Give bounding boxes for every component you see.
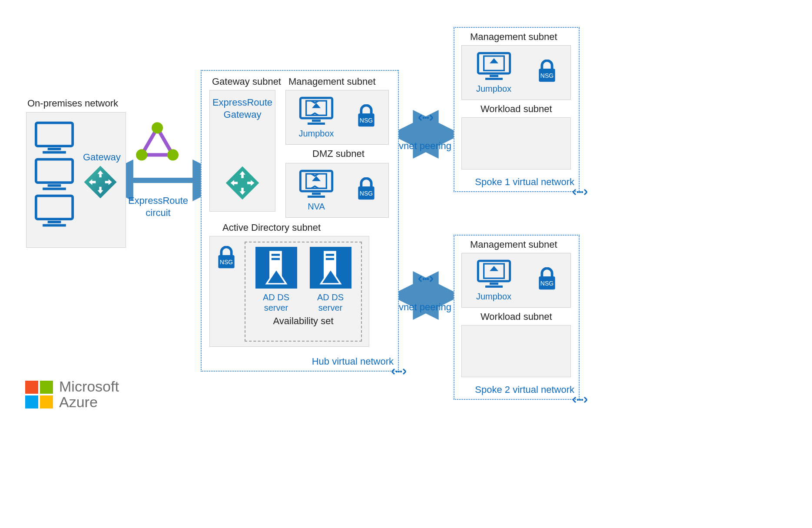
adds1-text: AD DS server [263, 292, 289, 312]
spoke1-label: Spoke 1 virtual network [475, 176, 574, 188]
availability-set-box: AD DS server AD DS server Availability s… [245, 242, 362, 342]
nsg-lock-icon: NSG [356, 104, 377, 129]
svg-rect-58 [490, 282, 498, 285]
onprem-title: On-premises network [27, 98, 118, 109]
spoke1-nsg: NSG [537, 60, 557, 86]
adds1-label: AD DS server [255, 292, 297, 313]
jumpbox-icon [298, 96, 335, 127]
vnet-peering-icon [570, 187, 590, 197]
svg-point-65 [581, 399, 583, 401]
svg-rect-27 [308, 196, 325, 198]
spoke1-workload-box [461, 117, 571, 169]
spoke1-mgmt-title: Management subnet [470, 31, 557, 43]
svg-rect-35 [271, 258, 279, 260]
svg-rect-20 [312, 120, 321, 122]
nsg-lock-icon: NSG [216, 246, 237, 270]
gateway-subnet-title: Gateway subnet [212, 76, 281, 87]
svg-text:NSG: NSG [540, 280, 553, 287]
svg-rect-10 [36, 196, 73, 219]
svg-rect-9 [43, 188, 66, 190]
svg-point-63 [577, 399, 579, 401]
adds-server-2: AD DS server [310, 247, 351, 313]
spoke2-jumpbox-label: Jumpbox [475, 292, 513, 302]
hub-vnet-box: Gateway subnet ExpressRoute Gateway Mana… [201, 70, 399, 372]
vnet-peering-icon [416, 113, 435, 123]
vnet-peering-2-label: vnet peering [399, 302, 451, 313]
logo-text: Microsoft Azure [59, 379, 119, 410]
onprem-computers [34, 120, 78, 230]
hub-ad-box: NSG AD DS server AD DS server Availabili… [209, 236, 369, 347]
svg-rect-38 [325, 258, 334, 260]
svg-point-41 [400, 371, 402, 372]
svg-point-40 [398, 371, 400, 372]
svg-point-16 [167, 149, 179, 160]
svg-point-42 [423, 117, 424, 119]
hub-dmz-nsg: NSG [356, 177, 377, 203]
svg-point-17 [136, 149, 147, 160]
hub-mgmt-title: Management subnet [288, 76, 376, 87]
svg-rect-7 [36, 159, 73, 183]
onprem-gateway-label: Gateway [83, 152, 121, 163]
svg-point-64 [579, 399, 581, 401]
svg-text:NSG: NSG [540, 72, 553, 79]
vnet-peering-icon [416, 274, 435, 284]
jumpbox-icon [475, 52, 513, 82]
hub-nva: NVA [298, 169, 335, 212]
svg-rect-34 [271, 254, 279, 256]
svg-text:NSG: NSG [220, 259, 233, 266]
svg-rect-37 [325, 254, 334, 256]
er-gateway-text: ExpressRoute Gateway [212, 97, 272, 120]
vnet-peering-icon [389, 366, 408, 377]
nsg-lock-icon: NSG [537, 267, 557, 292]
logo-brand: Microsoft [59, 379, 119, 395]
server-icon [255, 247, 297, 289]
svg-point-44 [427, 117, 429, 119]
svg-point-54 [577, 191, 579, 193]
hub-gateway-icon [225, 165, 260, 201]
nsg-lock-icon: NSG [356, 177, 377, 202]
svg-point-43 [425, 117, 427, 119]
svg-rect-12 [43, 224, 66, 227]
spoke1-jumpbox: Jumpbox [475, 52, 513, 94]
spoke2-workload-title: Workload subnet [481, 311, 552, 322]
svg-rect-4 [36, 123, 73, 146]
jumpbox-icon [475, 259, 513, 290]
spoke2-mgmt-title: Management subnet [470, 239, 557, 250]
svg-point-15 [152, 122, 163, 133]
nva-label: NVA [298, 202, 335, 212]
svg-point-46 [425, 278, 427, 280]
spoke1-workload-title: Workload subnet [481, 103, 552, 115]
svg-rect-21 [308, 123, 325, 125]
spoke2-mgmt-box: Jumpbox NSG [461, 253, 571, 308]
er-gateway-label: ExpressRoute Gateway [210, 90, 275, 120]
azure-logo: Microsoft Azure [25, 379, 119, 410]
jumpbox-label: Jumpbox [298, 129, 335, 139]
nva-icon [298, 169, 335, 200]
server-icon [310, 247, 351, 289]
hub-dmz-box: NVA NSG [285, 163, 389, 218]
svg-point-55 [579, 191, 581, 193]
gateway-subnet-box: ExpressRoute Gateway [209, 90, 275, 212]
monitor-icon [34, 120, 74, 155]
hub-vnet-label: Hub virtual network [312, 356, 394, 367]
svg-rect-59 [485, 286, 503, 288]
spoke1-jumpbox-label: Jumpbox [475, 84, 513, 94]
hub-ad-title: Active Directory subnet [222, 222, 321, 233]
svg-point-47 [427, 278, 429, 280]
hub-mgmt-box: Jumpbox NSG [285, 90, 389, 145]
svg-rect-11 [48, 221, 61, 223]
svg-rect-49 [490, 75, 498, 77]
monitor-icon [34, 157, 74, 192]
svg-point-45 [423, 278, 424, 280]
ms-logo-squares [25, 381, 53, 408]
hub-mgmt-nsg: NSG [356, 104, 377, 130]
hub-jumpbox: Jumpbox [298, 96, 335, 139]
svg-point-56 [581, 191, 583, 193]
svg-point-39 [396, 371, 398, 372]
expressroute-label: ExpressRoute circuit [123, 195, 193, 219]
hub-ad-nsg: NSG [216, 246, 237, 272]
svg-text:NSG: NSG [360, 117, 373, 124]
availability-set-label: Availability set [245, 315, 361, 327]
onprem-box: Gateway [26, 112, 126, 248]
expressroute-text: ExpressRoute circuit [128, 195, 188, 218]
